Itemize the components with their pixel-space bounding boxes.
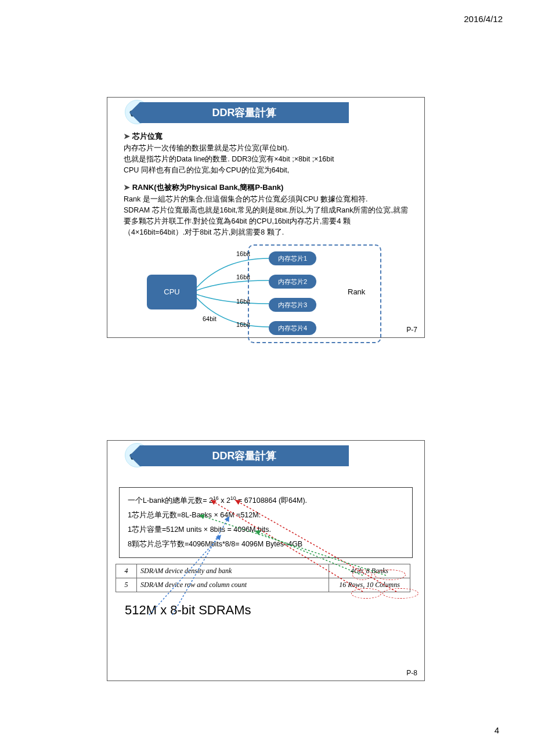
calc-line-4: 8顆芯片总字节数=4096Mbits*8/8= 4096M Bytes=4GB: [128, 537, 404, 552]
calc-text: x 2: [219, 496, 230, 505]
row-desc: SDRAM device row and column count: [137, 578, 329, 592]
calculation-box: 一个L-bank的總单元数= 216 x 210 = 67108864 (即64…: [119, 487, 413, 558]
slide-page-number: P-8: [406, 669, 417, 677]
link-label-4: 16bit: [236, 321, 250, 328]
chip-box-2: 内存芯片2: [269, 275, 316, 289]
title-chevron-icon: [129, 102, 140, 123]
annotation-arrows: [107, 441, 425, 682]
row-num: 4: [116, 564, 137, 578]
calc-exp: 16: [213, 495, 219, 501]
link-label-1: 16bit: [236, 250, 250, 257]
text-chip-width: 内存芯片一次传输的数据量就是芯片位宽(單位bit).也就是指芯片的Data li…: [124, 143, 408, 175]
rank-label: Rank: [348, 287, 365, 296]
highlight-circle-8banks: [374, 570, 406, 580]
slide-title: DDR容量計算: [140, 445, 349, 466]
heading-chip-width: 芯片位寬: [124, 131, 424, 142]
title-bar: DDR容量計算: [107, 445, 424, 470]
title-chevron-icon: [129, 445, 140, 466]
title-bar: DDR容量計算: [107, 102, 424, 127]
page-number: 4: [495, 725, 499, 735]
link-label-3: 16bit: [236, 298, 250, 305]
calc-line-1: 一个L-bank的總单元数= 216 x 210 = 67108864 (即64…: [128, 494, 404, 508]
row-num: 5: [116, 578, 137, 592]
heading-rank: RANK(也被称为Physical Bank,簡稱P-Bank): [124, 182, 424, 193]
cpu-box: CPU: [147, 275, 197, 309]
sdram-summary-text: 512M x 8-bit SDRAMs: [125, 603, 424, 618]
calc-line-3: 1芯片容量=512M units × 8bits = 4096M bits.: [128, 523, 404, 537]
calc-text: 一个L-bank的總单元数= 2: [128, 496, 213, 505]
header-date: 2016/4/12: [464, 14, 503, 24]
chip-box-3: 内存芯片3: [269, 298, 316, 312]
slide-p7: DDR容量計算 芯片位寬 内存芯片一次传输的数据量就是芯片位宽(單位bit).也…: [107, 97, 425, 338]
chip-box-4: 内存芯片4: [269, 321, 316, 335]
highlight-circle-4gb: [352, 570, 372, 580]
highlight-circle-10cols: [383, 588, 418, 599]
slide-title: DDR容量計算: [140, 102, 349, 123]
rank-diagram: CPU 64bit Rank 16bit 16bit 16bit 16bit 内…: [107, 241, 424, 345]
highlight-circle-16rows: [351, 588, 381, 599]
calc-line-2: 1芯片总单元数=8L-Banks × 64M =512M.: [128, 508, 404, 523]
row-desc: SDRAM device density and bank: [137, 564, 329, 578]
slide-page-number: P-7: [406, 326, 417, 334]
calc-exp: 10: [230, 495, 236, 501]
link-label-2: 16bit: [236, 273, 250, 280]
calc-text: = 67108864 (即64M).: [236, 496, 307, 505]
slide-p8: DDR容量計算 一个L-bank的總单元数= 216 x 210 = 67108…: [107, 440, 425, 681]
chip-box-1: 内存芯片1: [269, 251, 316, 265]
text-rank: Rank 是一組芯片的集合,但這個集合的芯片位寬必須與CPU 數據位寬相符. S…: [124, 194, 408, 237]
bus-width-label: 64bit: [203, 315, 217, 322]
